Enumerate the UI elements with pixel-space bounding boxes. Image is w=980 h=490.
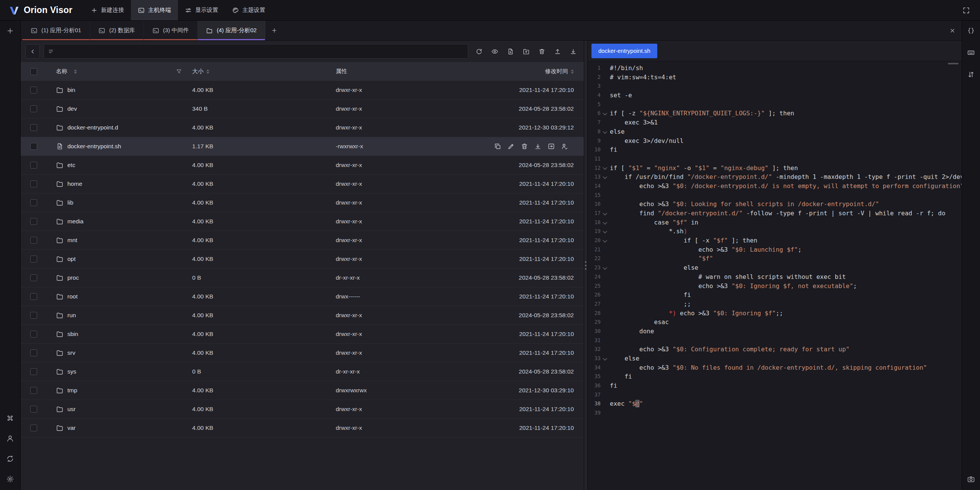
code-line[interactable]: 24 # warn on shell scripts without exec … xyxy=(588,272,962,282)
code-line[interactable]: 21 echo >&3 "$0: Launching $f"; xyxy=(588,245,962,254)
row-checkbox[interactable] xyxy=(30,406,37,413)
code-line[interactable]: 10fi xyxy=(588,145,962,154)
row-checkbox[interactable] xyxy=(30,105,37,112)
command-button[interactable] xyxy=(6,414,14,422)
panel-splitter[interactable] xyxy=(584,41,588,490)
fold-icon[interactable] xyxy=(601,236,610,245)
fold-icon[interactable] xyxy=(601,209,610,218)
upload-button[interactable] xyxy=(551,45,564,57)
select-all-checkbox[interactable] xyxy=(30,68,37,75)
code-line[interactable]: 27 ;; xyxy=(588,300,962,309)
fold-icon[interactable] xyxy=(601,164,610,173)
table-row[interactable]: usr4.00 KBdrwxr-xr-x2021-11-24 17:20:10 xyxy=(21,400,584,419)
sort-size-icon[interactable] xyxy=(206,69,209,74)
code-line[interactable]: 14 echo >&3 "$0: /docker-entrypoint.d/ i… xyxy=(588,182,962,191)
code-line[interactable]: 17 find "/docker-entrypoint.d/" -follow … xyxy=(588,209,962,218)
nav-item-terminal[interactable]: 主机终端 xyxy=(131,0,178,20)
copy-action-icon[interactable] xyxy=(494,143,501,150)
code-line[interactable]: 30 done xyxy=(588,327,962,336)
row-checkbox[interactable] xyxy=(30,143,37,150)
code-line[interactable]: 2# vim:sw=4:ts=4:et xyxy=(588,73,962,82)
fold-icon[interactable] xyxy=(601,172,610,182)
code-line[interactable]: 13 if /usr/bin/find "/docker-entrypoint.… xyxy=(588,172,962,182)
table-row[interactable]: lib4.00 KBdrwxr-xr-x2021-11-24 17:20:10 xyxy=(21,193,584,212)
row-checkbox[interactable] xyxy=(30,237,37,244)
move-action-icon[interactable] xyxy=(547,143,555,150)
code-line[interactable]: 39 xyxy=(588,408,962,418)
plus-button[interactable] xyxy=(6,27,14,35)
code-line[interactable]: 33 else xyxy=(588,354,962,363)
table-row[interactable]: proc0 Bdr-xr-xr-x2024-05-28 23:58:02 xyxy=(21,269,584,287)
session-tab[interactable]: (2) 数据库 xyxy=(90,21,144,40)
row-checkbox[interactable] xyxy=(30,87,37,93)
code-line[interactable]: 36fi xyxy=(588,381,962,390)
gear-button[interactable] xyxy=(6,475,14,483)
row-checkbox[interactable] xyxy=(30,387,37,394)
row-checkbox[interactable] xyxy=(30,218,37,225)
code-line[interactable]: 22 "$f" xyxy=(588,254,962,263)
table-row[interactable]: bin4.00 KBdrwxr-xr-x2021-11-24 17:20:10 xyxy=(21,81,584,100)
row-checkbox[interactable] xyxy=(30,312,37,319)
code-line[interactable]: 20 if [ -x "$f" ]; then xyxy=(588,236,962,245)
column-name-label[interactable]: 名称 xyxy=(56,68,67,75)
table-row[interactable]: sys0 Bdr-xr-xr-x2024-05-28 23:58:02 xyxy=(21,362,584,381)
table-row[interactable]: mnt4.00 KBdrwxr-xr-x2021-11-24 17:20:10 xyxy=(21,231,584,250)
delete-action-icon[interactable] xyxy=(521,143,528,150)
table-row[interactable]: opt4.00 KBdrwxr-xr-x2021-11-24 17:20:10 xyxy=(21,250,584,269)
row-checkbox[interactable] xyxy=(30,368,37,375)
column-size-label[interactable]: 大小 xyxy=(192,68,204,75)
keyboard-button[interactable] xyxy=(967,49,975,57)
row-checkbox[interactable] xyxy=(30,256,37,262)
braces-button[interactable] xyxy=(967,27,975,35)
filter-icon[interactable] xyxy=(176,68,182,75)
folder-create-button[interactable] xyxy=(520,45,532,57)
table-row[interactable]: dev340 Bdrwxr-xr-x2024-05-28 23:58:02 xyxy=(21,100,584,118)
path-input[interactable] xyxy=(57,48,464,55)
download-button[interactable] xyxy=(567,45,579,57)
refresh-button[interactable] xyxy=(473,45,485,57)
code-line[interactable]: 32 echo >&3 "$0: Configuration complete;… xyxy=(588,345,962,354)
code-line[interactable]: 6if [ -z "${NGINX_ENTRYPOINT_QUIET_LOGS:… xyxy=(588,109,962,118)
new-tab-button[interactable] xyxy=(265,21,283,40)
nav-item-plus[interactable]: 新建连接 xyxy=(84,0,131,20)
back-button[interactable] xyxy=(25,44,40,59)
code-line[interactable]: 19 *.sh) xyxy=(588,227,962,236)
code-line[interactable]: 8else xyxy=(588,127,962,136)
nav-item-theme[interactable]: 主题设置 xyxy=(225,0,272,20)
code-line[interactable]: 25 echo >&3 "$0: Ignoring $f, not execut… xyxy=(588,282,962,291)
fold-icon[interactable] xyxy=(601,218,610,227)
code-line[interactable]: 4set -e xyxy=(588,91,962,100)
table-row[interactable]: media4.00 KBdrwxr-xr-x2021-11-24 17:20:1… xyxy=(21,212,584,231)
table-row[interactable]: tmp4.00 KBdrwxrwxrwx2021-12-30 03:29:10 xyxy=(21,381,584,400)
fold-icon[interactable] xyxy=(601,227,610,236)
download-action-icon[interactable] xyxy=(534,143,542,150)
sync-button[interactable] xyxy=(6,455,14,463)
code-line[interactable]: 37 xyxy=(588,390,962,400)
code-line[interactable]: 35 fi xyxy=(588,372,962,381)
code-line[interactable]: 28 *) echo >&3 "$0: Ignoring $f";; xyxy=(588,309,962,318)
row-checkbox[interactable] xyxy=(30,162,37,169)
code-line[interactable]: 16 echo >&3 "$0: Looking for shell scrip… xyxy=(588,200,962,209)
eye-button[interactable] xyxy=(488,45,501,57)
row-checkbox[interactable] xyxy=(30,274,37,281)
code-line[interactable]: 11 xyxy=(588,154,962,164)
row-checkbox[interactable] xyxy=(30,199,37,206)
code-line[interactable]: 18 case "$f" in xyxy=(588,218,962,227)
row-checkbox[interactable] xyxy=(30,331,37,338)
table-row[interactable]: home4.00 KBdrwxr-xr-x2021-11-24 17:20:10 xyxy=(21,175,584,193)
camera-button[interactable] xyxy=(967,475,975,483)
fold-icon[interactable] xyxy=(601,263,610,272)
user-button[interactable] xyxy=(6,434,14,442)
nav-item-display[interactable]: 显示设置 xyxy=(178,0,225,20)
session-tab[interactable]: (3) 中间件 xyxy=(144,21,198,40)
code-line[interactable]: 34 echo >&3 "$0: No files found in /dock… xyxy=(588,363,962,372)
scrollbar-thumb[interactable] xyxy=(948,63,959,64)
code-line[interactable]: 5 xyxy=(588,100,962,109)
file-create-button[interactable] xyxy=(504,45,516,57)
column-mtime-label[interactable]: 修改时间 xyxy=(545,68,568,75)
code-line[interactable]: 15 xyxy=(588,191,962,200)
table-row[interactable]: docker-entrypoint.sh1.17 KB-rwxrwxr-x xyxy=(21,137,584,156)
row-checkbox[interactable] xyxy=(30,293,37,300)
table-row[interactable]: run4.00 KBdrwxr-xr-x2024-05-28 23:58:02 xyxy=(21,306,584,325)
code-line[interactable]: 9 exec 3>/dev/null xyxy=(588,136,962,146)
